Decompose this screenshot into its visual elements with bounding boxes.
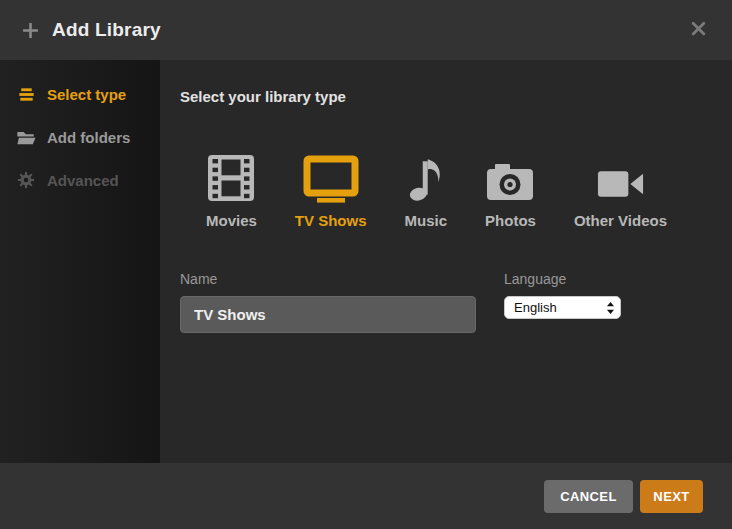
type-label: Movies [206,212,257,229]
music-note-icon [405,151,447,203]
type-music[interactable]: Music [405,151,448,229]
dialog-body: Select type Add folders [0,60,732,463]
type-label: TV Shows [295,212,367,229]
language-selected-value: English [514,300,606,315]
gear-icon [16,171,36,189]
sidebar-item-select-type[interactable]: Select type [0,73,160,116]
type-movies[interactable]: Movies [206,151,257,229]
cancel-button[interactable]: CANCEL [544,480,633,513]
folder-icon [16,128,36,147]
page-title: Select your library type [180,88,712,105]
name-input[interactable] [180,296,476,333]
dialog-footer: CANCEL NEXT [0,463,732,529]
tv-icon [303,151,359,203]
type-photos[interactable]: Photos [485,151,536,229]
type-tv-shows[interactable]: TV Shows [295,151,367,229]
next-button[interactable]: NEXT [640,480,703,513]
list-lines-icon [16,85,36,104]
sidebar-item-add-folders[interactable]: Add folders [0,116,160,159]
steps-sidebar: Select type Add folders [0,60,160,463]
main-content: Select your library type [160,60,732,463]
camera-icon [485,151,535,203]
film-strip-icon [206,151,256,203]
type-label: Music [405,212,448,229]
name-label: Name [180,271,476,287]
type-other-videos[interactable]: Other Videos [574,151,667,229]
sidebar-item-label: Select type [47,86,126,103]
close-icon[interactable] [687,17,710,40]
plus-icon [22,22,39,39]
name-field-group: Name [180,271,476,333]
language-field-group: Language English [504,271,621,333]
dialog-title: Add Library [52,19,161,41]
library-type-picker: Movies TV Shows [206,151,712,229]
library-fields: Name Language English [180,271,712,333]
add-library-dialog: Add Library Select type [0,0,732,529]
sidebar-item-label: Add folders [47,129,130,146]
language-label: Language [504,271,621,287]
sidebar-item-label: Advanced [47,172,119,189]
dialog-header: Add Library [0,0,732,60]
language-select[interactable]: English [504,296,621,319]
type-label: Other Videos [574,212,667,229]
sidebar-item-advanced[interactable]: Advanced [0,159,160,201]
select-stepper-icon [606,301,615,315]
video-camera-icon [596,151,645,203]
type-label: Photos [485,212,536,229]
